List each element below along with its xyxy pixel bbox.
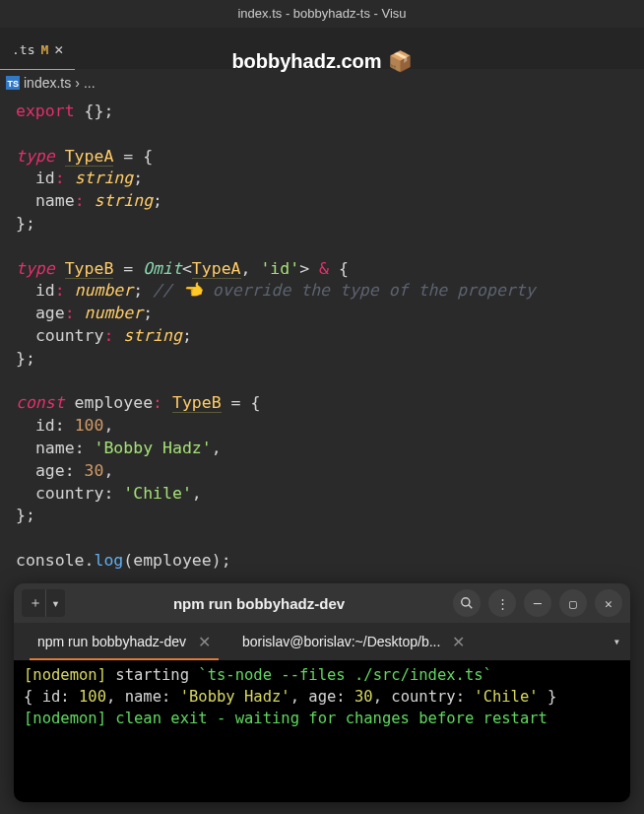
code-token: } [16,349,26,368]
terminal-text: { id: [24,688,79,706]
terminal-tab-label: npm run bobbyhadz-dev [37,634,186,649]
close-icon[interactable]: ✕ [198,633,211,651]
code-token: ; [133,281,143,300]
window-title: index.ts - bobbyhadz-ts - Visu [0,0,644,28]
code-token: & [309,259,339,278]
code-token: log [94,551,123,570]
box-icon: 📦 [388,49,413,73]
code-token: ; [26,349,35,368]
terminal-text: , age: [290,688,354,706]
code-token: : [153,393,162,412]
code-token: 100 [75,416,104,435]
terminal-text: starting [106,666,198,684]
code-token: number [75,281,134,300]
terminal-text: 30 [354,688,373,706]
terminal-text: } [539,688,557,706]
close-button[interactable]: ✕ [595,589,622,617]
svg-point-0 [462,598,470,606]
search-icon[interactable] [453,589,481,617]
maximize-button[interactable]: ▢ [559,589,587,617]
breadcrumb-sep: › [75,75,80,91]
terminal-tab-label: borislav@borislav:~/Desktop/b... [242,634,440,649]
code-token: ; [26,506,35,524]
menu-icon[interactable]: ⋮ [488,589,516,617]
code-token: 'id' [260,259,299,278]
code-token: ; [26,214,35,233]
code-token: country [35,326,104,345]
code-token: ) [212,551,222,570]
terminal-tab[interactable]: borislav@borislav:~/Desktop/b... ✕ [228,623,479,660]
code-token: : [75,191,85,210]
code-token: ; [182,326,192,345]
code-token: > [299,259,309,278]
code-token: ( [123,551,133,570]
code-token: type [16,147,55,166]
code-token: ; [103,102,113,120]
terminal-text: 'Bobby Hadz' [180,688,290,706]
code-token: // 👈️ override the type of the property [153,281,536,300]
code-token: : [65,304,75,322]
terminal-text: clean exit - waiting for changes before … [106,710,547,727]
code-token: {} [85,102,104,120]
code-token: TypeB [65,259,114,279]
terminal-text: 'Chile' [474,688,538,706]
code-token: 30 [85,461,104,480]
code-token: : [55,169,65,187]
ts-file-icon: TS [6,76,20,90]
code-token: } [16,214,26,233]
site-name: bobbyhadz.com [231,50,381,73]
code-token: string [95,191,154,210]
code-token: name [35,439,75,457]
code-token: : [55,281,65,300]
code-token: TypeA [192,259,241,279]
svg-line-1 [469,605,473,609]
code-token: ; [222,551,231,570]
code-token: id [35,281,55,300]
terminal-text: [nodemon] [24,666,106,684]
code-editor[interactable]: export {}; type TypeA = { id: string; na… [0,97,644,577]
code-token: employee [75,393,153,412]
terminal-text: [nodemon] [24,710,106,727]
new-tab-dropdown[interactable]: ▾ [45,589,65,617]
terminal-text: , name: [106,688,180,706]
editor-tab[interactable]: .ts M ✕ [0,28,75,69]
breadcrumb-file[interactable]: index.ts [24,75,71,91]
tab-modified-indicator: M [40,42,48,57]
minimize-button[interactable]: ─ [524,589,551,617]
code-token: = [113,147,143,166]
code-token: employee [133,551,211,570]
page-title: bobbyhadz.com 📦 [231,49,412,73]
code-token: id [35,169,55,187]
code-token: const [16,393,65,412]
chevron-down-icon[interactable]: ▾ [613,635,620,648]
code-token: . [85,551,95,570]
terminal-title-bar: ＋ ▾ npm run bobbyhadz-dev ⋮ ─ ▢ ✕ [14,583,630,623]
close-icon[interactable]: ✕ [452,633,465,651]
code-token: id [35,416,55,435]
terminal-tabs: npm run bobbyhadz-dev ✕ borislav@borisla… [14,623,630,660]
code-token: 'Bobby Hadz' [95,439,212,457]
terminal-text: , country: [373,688,475,706]
breadcrumb-symbol[interactable]: ... [84,75,96,91]
terminal-window: ＋ ▾ npm run bobbyhadz-dev ⋮ ─ ▢ ✕ npm ru… [14,583,630,802]
code-token: = [222,393,251,412]
terminal-title: npm run bobbyhadz-dev [73,595,445,612]
code-token: = [113,259,143,278]
close-icon[interactable]: ✕ [54,40,63,58]
code-token: } [16,506,26,524]
terminal-tab[interactable]: npm run bobbyhadz-dev ✕ [24,623,225,660]
code-token: TypeA [65,147,114,167]
code-token: number [85,304,144,322]
code-token: ; [143,304,153,322]
code-token: { [250,393,260,412]
code-token: console [16,551,85,570]
code-token: string [123,326,182,345]
code-token: < [182,259,192,278]
code-token: ; [153,191,162,210]
code-token: , [241,259,261,278]
code-token: Omit [143,259,182,278]
terminal-text: 100 [79,688,106,706]
code-token: age [35,304,65,322]
terminal-output[interactable]: [nodemon] starting `ts-node --files ./sr… [14,660,630,802]
breadcrumb: TS index.ts › ... [0,69,644,97]
